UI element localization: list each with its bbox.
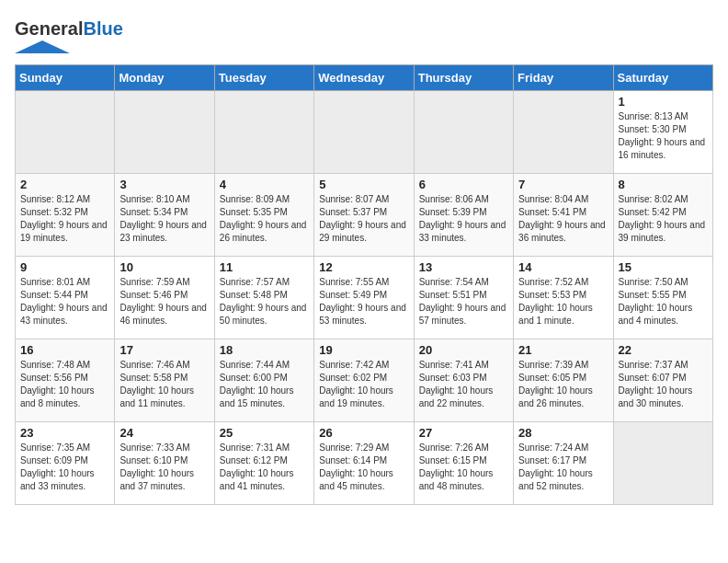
day-number: 6: [419, 178, 508, 191]
day-cell: 9Sunrise: 8:01 AM Sunset: 5:44 PM Daylig…: [16, 257, 115, 339]
day-info: Sunrise: 7:44 AM Sunset: 6:00 PM Dayligh…: [220, 359, 309, 410]
day-info: Sunrise: 7:46 AM Sunset: 5:58 PM Dayligh…: [119, 359, 209, 410]
day-info: Sunrise: 8:13 AM Sunset: 5:30 PM Dayligh…: [619, 110, 708, 162]
day-header-monday: Monday: [115, 65, 214, 91]
day-cell: 8Sunrise: 8:02 AM Sunset: 5:42 PM Daylig…: [613, 174, 712, 257]
day-cell: [314, 91, 414, 174]
day-cell: [115, 91, 214, 174]
day-number: 23: [20, 426, 109, 440]
day-info: Sunrise: 8:09 AM Sunset: 5:35 PM Dayligh…: [220, 193, 309, 245]
day-cell: 24Sunrise: 7:33 AM Sunset: 6:10 PM Dayli…: [115, 422, 214, 505]
day-number: 24: [119, 426, 209, 440]
day-cell: 19Sunrise: 7:42 AM Sunset: 6:02 PM Dayli…: [314, 339, 414, 422]
day-cell: 4Sunrise: 8:09 AM Sunset: 5:35 PM Daylig…: [214, 174, 313, 257]
day-number: 3: [119, 178, 209, 191]
day-number: 4: [220, 178, 309, 191]
logo-general: General: [15, 18, 83, 39]
day-cell: [214, 91, 313, 174]
day-header-sunday: Sunday: [16, 65, 115, 91]
day-number: 28: [518, 426, 608, 440]
day-number: 10: [119, 260, 209, 274]
day-cell: 10Sunrise: 7:59 AM Sunset: 5:46 PM Dayli…: [115, 257, 214, 339]
day-cell: 16Sunrise: 7:48 AM Sunset: 5:56 PM Dayli…: [16, 339, 115, 422]
day-info: Sunrise: 8:10 AM Sunset: 5:34 PM Dayligh…: [119, 193, 209, 245]
day-number: 5: [319, 178, 408, 191]
day-cell: 11Sunrise: 7:57 AM Sunset: 5:48 PM Dayli…: [214, 257, 313, 339]
day-header-wednesday: Wednesday: [314, 65, 414, 91]
day-number: 25: [220, 426, 309, 440]
day-number: 19: [319, 343, 408, 357]
day-cell: 3Sunrise: 8:10 AM Sunset: 5:34 PM Daylig…: [115, 174, 214, 257]
day-info: Sunrise: 7:55 AM Sunset: 5:49 PM Dayligh…: [319, 276, 408, 327]
day-header-friday: Friday: [514, 65, 613, 91]
day-cell: 15Sunrise: 7:50 AM Sunset: 5:55 PM Dayli…: [613, 257, 712, 339]
day-cell: 20Sunrise: 7:41 AM Sunset: 6:03 PM Dayli…: [414, 339, 513, 422]
day-cell: [613, 422, 712, 505]
logo-blue: Blue: [83, 18, 122, 39]
day-info: Sunrise: 7:48 AM Sunset: 5:56 PM Dayligh…: [20, 359, 109, 410]
day-info: Sunrise: 7:57 AM Sunset: 5:48 PM Dayligh…: [220, 276, 309, 327]
day-number: 26: [319, 426, 408, 440]
day-number: 20: [419, 343, 508, 357]
day-cell: 23Sunrise: 7:35 AM Sunset: 6:09 PM Dayli…: [16, 422, 115, 505]
day-header-saturday: Saturday: [613, 65, 712, 91]
day-number: 16: [20, 343, 109, 357]
day-cell: 6Sunrise: 8:06 AM Sunset: 5:39 PM Daylig…: [414, 174, 513, 257]
day-header-tuesday: Tuesday: [214, 65, 313, 91]
week-row-2: 2Sunrise: 8:12 AM Sunset: 5:32 PM Daylig…: [16, 174, 713, 257]
day-number: 14: [518, 260, 608, 274]
day-info: Sunrise: 7:37 AM Sunset: 6:07 PM Dayligh…: [619, 359, 708, 410]
day-info: Sunrise: 7:52 AM Sunset: 5:53 PM Dayligh…: [518, 276, 608, 327]
day-info: Sunrise: 8:04 AM Sunset: 5:41 PM Dayligh…: [518, 193, 608, 245]
day-info: Sunrise: 7:33 AM Sunset: 6:10 PM Dayligh…: [119, 442, 209, 493]
day-cell: 25Sunrise: 7:31 AM Sunset: 6:12 PM Dayli…: [214, 422, 313, 505]
week-row-3: 9Sunrise: 8:01 AM Sunset: 5:44 PM Daylig…: [16, 257, 713, 339]
day-info: Sunrise: 7:50 AM Sunset: 5:55 PM Dayligh…: [619, 276, 708, 327]
day-info: Sunrise: 8:07 AM Sunset: 5:37 PM Dayligh…: [319, 193, 408, 245]
day-info: Sunrise: 7:24 AM Sunset: 6:17 PM Dayligh…: [518, 442, 608, 493]
calendar-table: SundayMondayTuesdayWednesdayThursdayFrid…: [15, 64, 713, 505]
logo-icon: [15, 40, 70, 53]
svg-marker-0: [15, 40, 70, 53]
week-row-5: 23Sunrise: 7:35 AM Sunset: 6:09 PM Dayli…: [16, 422, 713, 505]
day-cell: 18Sunrise: 7:44 AM Sunset: 6:00 PM Dayli…: [214, 339, 313, 422]
day-header-thursday: Thursday: [414, 65, 513, 91]
day-cell: [514, 91, 613, 174]
day-info: Sunrise: 7:35 AM Sunset: 6:09 PM Dayligh…: [20, 442, 109, 493]
day-info: Sunrise: 8:12 AM Sunset: 5:32 PM Dayligh…: [20, 193, 109, 245]
day-info: Sunrise: 7:41 AM Sunset: 6:03 PM Dayligh…: [419, 359, 508, 410]
day-info: Sunrise: 7:29 AM Sunset: 6:14 PM Dayligh…: [319, 442, 408, 493]
day-info: Sunrise: 7:42 AM Sunset: 6:02 PM Dayligh…: [319, 359, 408, 410]
day-cell: 12Sunrise: 7:55 AM Sunset: 5:49 PM Dayli…: [314, 257, 414, 339]
day-number: 15: [619, 260, 708, 274]
day-number: 7: [518, 178, 608, 191]
day-number: 13: [419, 260, 508, 274]
week-row-4: 16Sunrise: 7:48 AM Sunset: 5:56 PM Dayli…: [16, 339, 713, 422]
day-cell: [16, 91, 115, 174]
header: GeneralBlue: [15, 15, 713, 57]
day-info: Sunrise: 8:02 AM Sunset: 5:42 PM Dayligh…: [619, 193, 708, 245]
day-info: Sunrise: 8:06 AM Sunset: 5:39 PM Dayligh…: [419, 193, 508, 245]
day-cell: 14Sunrise: 7:52 AM Sunset: 5:53 PM Dayli…: [514, 257, 613, 339]
day-cell: 2Sunrise: 8:12 AM Sunset: 5:32 PM Daylig…: [16, 174, 115, 257]
day-cell: 26Sunrise: 7:29 AM Sunset: 6:14 PM Dayli…: [314, 422, 414, 505]
logo: GeneralBlue: [15, 18, 123, 57]
day-info: Sunrise: 7:54 AM Sunset: 5:51 PM Dayligh…: [419, 276, 508, 327]
day-cell: 22Sunrise: 7:37 AM Sunset: 6:07 PM Dayli…: [613, 339, 712, 422]
day-number: 9: [20, 260, 109, 274]
day-number: 1: [619, 95, 708, 109]
day-number: 22: [619, 343, 708, 357]
day-number: 17: [119, 343, 209, 357]
day-cell: 1Sunrise: 8:13 AM Sunset: 5:30 PM Daylig…: [613, 91, 712, 174]
calendar-header-row: SundayMondayTuesdayWednesdayThursdayFrid…: [16, 65, 713, 91]
day-number: 12: [319, 260, 408, 274]
day-info: Sunrise: 7:39 AM Sunset: 6:05 PM Dayligh…: [518, 359, 608, 410]
day-number: 21: [518, 343, 608, 357]
day-cell: 7Sunrise: 8:04 AM Sunset: 5:41 PM Daylig…: [514, 174, 613, 257]
day-cell: 17Sunrise: 7:46 AM Sunset: 5:58 PM Dayli…: [115, 339, 214, 422]
day-cell: 5Sunrise: 8:07 AM Sunset: 5:37 PM Daylig…: [314, 174, 414, 257]
day-info: Sunrise: 8:01 AM Sunset: 5:44 PM Dayligh…: [20, 276, 109, 327]
day-number: 11: [220, 260, 309, 274]
day-number: 2: [20, 178, 109, 191]
day-cell: 13Sunrise: 7:54 AM Sunset: 5:51 PM Dayli…: [414, 257, 513, 339]
